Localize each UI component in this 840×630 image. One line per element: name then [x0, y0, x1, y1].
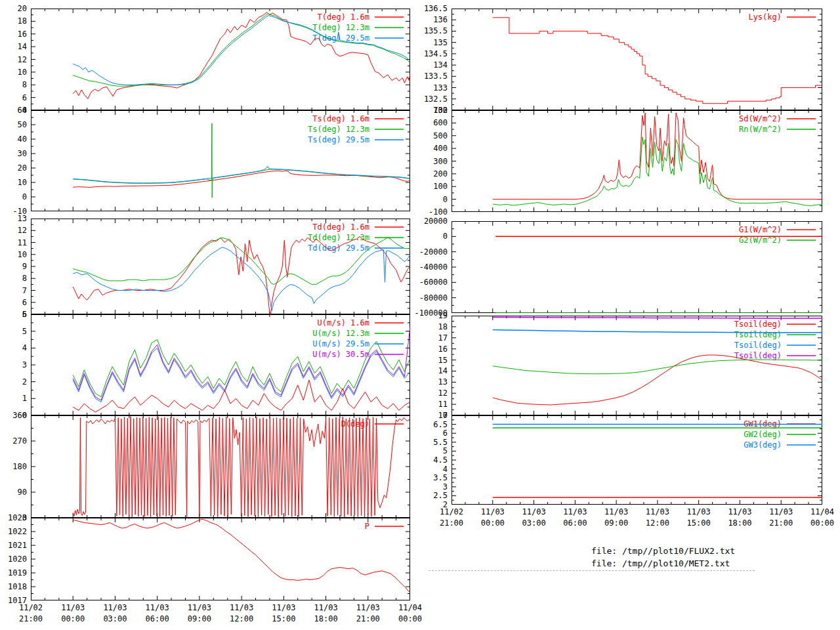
- x-tick-label: 11/0300:00: [475, 507, 511, 529]
- y-tick-label: 1018: [0, 582, 27, 591]
- y-tick-label: 10: [0, 250, 27, 259]
- y-tick-label: -60000: [411, 278, 448, 287]
- legend-label: Tsoil(deg): [734, 330, 782, 339]
- legend-label: Ts(deg) 1.6m: [312, 114, 369, 123]
- y-tick-label: 6: [0, 310, 27, 319]
- y-tick-label: 30: [0, 149, 27, 158]
- legend-label: U(m/s) 29.5m: [312, 339, 369, 348]
- y-tick-label: 3: [0, 360, 27, 369]
- y-tick-label: 8: [0, 274, 27, 283]
- y-tick-label: 7: [0, 286, 27, 295]
- y-tick-label: 2: [0, 377, 27, 387]
- y-tick-label: 2.5: [411, 491, 448, 500]
- y-tick-label: 3.5: [411, 473, 448, 482]
- series-ts-29-5m: [73, 166, 410, 183]
- x-tick-label: 11/0303:00: [97, 602, 133, 625]
- y-tick-label: 40: [0, 135, 27, 144]
- y-tick-label: 14: [411, 366, 448, 375]
- chart-panel-Rad: Sd(W/m^2)Rn(W/m^2): [452, 110, 822, 212]
- chart-panel-G: G1(W/m^2)G2(W/m^2): [452, 221, 822, 313]
- legend-label: Tsoil(deg): [734, 320, 782, 329]
- y-tick-label: 18: [0, 16, 27, 26]
- y-tick-label: 10: [0, 68, 27, 77]
- chart-panel-U: U(m/s) 1.6mU(m/s) 12.3mU(m/s) 29.5mU(m/s…: [31, 314, 410, 415]
- legend-label: D(deg): [341, 419, 369, 429]
- x-tick-label: 11/0321:00: [763, 507, 799, 529]
- y-tick-label: 136: [411, 15, 448, 24]
- y-tick-label: -20000: [411, 247, 448, 257]
- y-tick-label: 100: [411, 182, 448, 191]
- dashed-divider: [429, 570, 755, 571]
- series-ts-1-6m: [73, 171, 410, 187]
- y-tick-label: 13: [0, 214, 27, 223]
- legend-label: P: [365, 522, 369, 531]
- y-tick-label: 1: [0, 394, 27, 403]
- y-tick-label: -40000: [411, 262, 448, 272]
- x-tick-label: 11/0400:00: [805, 507, 840, 529]
- legend-label: Rn(W/m^2): [739, 125, 782, 134]
- x-tick-label: 11/0303:00: [516, 507, 552, 529]
- y-tick-label: 16: [0, 30, 27, 39]
- chart-panel-Ts: Ts(deg) 1.6mTs(deg) 12.3mTs(deg) 29.5m: [31, 110, 410, 211]
- y-tick-label: 12: [411, 388, 448, 398]
- legend-label: GW2(deg): [744, 430, 782, 439]
- legend-label: Td(deg) 1.6m: [312, 222, 369, 232]
- y-tick-label: 270: [0, 436, 27, 446]
- legend-label: T(deg) 1.6m: [318, 12, 369, 22]
- series-lys: [493, 18, 822, 104]
- y-tick-label: 133.5: [411, 72, 448, 81]
- legend-label: Sd(W/m^2): [739, 114, 782, 123]
- x-tick-label: 11/0318:00: [722, 507, 757, 529]
- y-tick-label: 5: [411, 446, 448, 455]
- y-tick-label: 134: [411, 60, 448, 70]
- source-file-met: file: /tmp//plot10/MET2.txt: [591, 558, 730, 569]
- y-tick-label: 135: [411, 38, 448, 47]
- y-tick-label: 17: [411, 333, 448, 343]
- y-tick-label: 136.5: [411, 4, 448, 13]
- y-tick-label: 5: [0, 327, 27, 336]
- chart-panel-GW: GW1(deg)GW2(deg)GW3(deg): [452, 415, 822, 505]
- y-tick-label: 15: [411, 356, 448, 365]
- x-tick-label: 11/0309:00: [182, 602, 217, 625]
- legend-label: Ts(deg) 29.5m: [308, 135, 369, 144]
- y-tick-label: 132.5: [411, 94, 448, 104]
- x-tick-label: 11/0309:00: [598, 507, 634, 529]
- y-tick-label: 5.5: [411, 438, 448, 447]
- y-tick-label: -80000: [411, 293, 448, 303]
- y-tick-label: 6: [0, 298, 27, 307]
- y-tick-label: -100: [411, 207, 448, 217]
- y-tick-label: 18: [411, 322, 448, 331]
- y-tick-label: 19: [411, 311, 448, 320]
- y-tick-label: 0: [0, 192, 27, 201]
- x-tick-label: 11/0400:00: [392, 602, 428, 625]
- y-tick-label: 134.5: [411, 49, 448, 58]
- y-tick-label: 50: [0, 120, 27, 129]
- source-file-flux: file: /tmp//plot10/FLUX2.txt: [591, 546, 735, 556]
- y-tick-label: 7: [411, 411, 448, 420]
- y-tick-label: 14: [0, 42, 27, 51]
- y-tick-label: 11: [411, 400, 448, 409]
- y-tick-label: 11: [0, 238, 27, 247]
- chart-panel-Td: Td(deg) 1.6mTd(deg) 12.3mTd(deg) 29.5m: [31, 219, 410, 314]
- y-tick-label: 500: [411, 131, 448, 140]
- series-tsoil-4: [493, 318, 822, 319]
- y-tick-label: 0: [411, 232, 448, 241]
- y-tick-label: 4: [411, 465, 448, 474]
- y-tick-label: 133: [411, 83, 448, 93]
- legend-label: U(m/s) 12.3m: [312, 329, 369, 338]
- x-tick-label: 11/0300:00: [55, 602, 91, 625]
- legend-label: T(deg) 12.3m: [312, 23, 369, 32]
- x-tick-label: 11/0306:00: [557, 507, 593, 529]
- y-tick-label: 3: [411, 482, 448, 492]
- y-tick-label: 6.5: [411, 420, 448, 429]
- series-p: [73, 519, 410, 592]
- y-tick-label: 400: [411, 144, 448, 153]
- y-tick-label: 6: [411, 429, 448, 438]
- y-tick-label: 20: [0, 163, 27, 173]
- y-tick-label: 10: [0, 178, 27, 187]
- chart-panel-T: T(deg) 1.6mT(deg) 12.3mT(deg) 29.5m: [31, 9, 410, 110]
- y-tick-label: 4: [0, 343, 27, 352]
- y-tick-label: 20: [0, 4, 27, 13]
- x-tick-label: 11/0221:00: [13, 602, 49, 625]
- series-td-29-5m: [73, 247, 410, 311]
